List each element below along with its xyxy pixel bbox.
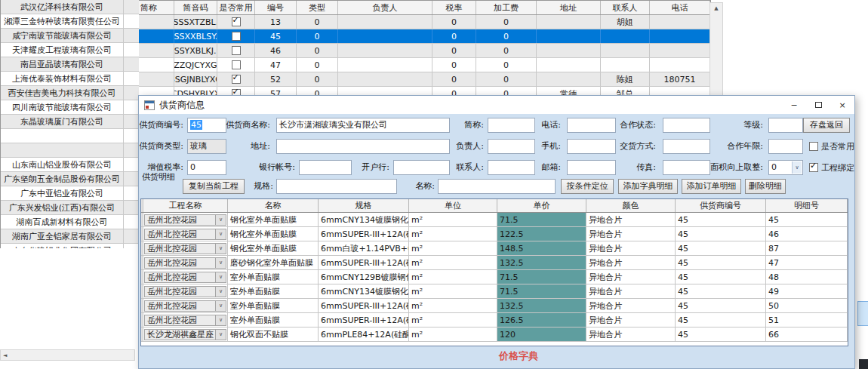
grid-cell-spec[interactable]: 6mmSUPER-III+12A(硅...	[319, 299, 409, 312]
grid-cell-color[interactable]: 异地合片	[586, 227, 676, 241]
grid-cell-color[interactable]: 异地合片	[586, 241, 676, 255]
grid-cell-unit[interactable]: m²	[409, 270, 497, 284]
grid-cell-supplier-id[interactable]: 45	[676, 284, 766, 298]
grid-row[interactable]: 岳州北控花园∨室外单面贴膜6mmSUPER-III+12A(硅...m²132.…	[141, 299, 848, 313]
project-combo[interactable]: 岳州北控花园	[144, 272, 215, 283]
project-bind-checkbox[interactable]: ✓工程绑定	[809, 160, 854, 175]
grid-cell-unit[interactable]: m²	[409, 227, 497, 241]
grid-row[interactable]: 岳州北控花园∨室外单面贴膜6mmCNY129B镀膜钢化m²71.5异地合片454…	[141, 270, 848, 284]
grid-cell-color[interactable]: 异地合片	[586, 299, 676, 312]
grid-cell-supplier-id[interactable]: 45	[676, 213, 766, 226]
grid-cell-detail-id[interactable]: 66	[766, 327, 848, 341]
project-bind-checkbox-box[interactable]: ✓	[809, 163, 818, 172]
grid-cell-price[interactable]: 120	[497, 327, 586, 341]
supplier-row[interactable]: 湖南广亚全铝家居有限公司	[1, 229, 139, 244]
grid-cell-unit[interactable]: m²	[409, 256, 497, 269]
grid-cell-price[interactable]: 71.5	[497, 284, 586, 298]
locate-by-condition-button[interactable]: 按条件定位	[561, 179, 614, 194]
copy-current-project-button[interactable]: 复制当前工程	[183, 179, 245, 194]
supplier-name-input[interactable]: 长沙市潇湘玻璃实业有限公司	[276, 118, 450, 133]
grid-cell-price[interactable]: 122.5	[497, 227, 586, 241]
grid-cell-supplier-id[interactable]: 45	[676, 241, 766, 255]
grid-cell-name[interactable]: 磨砂钢化室外单面贴膜	[228, 256, 319, 269]
area-roundup-combo[interactable]: 0∨	[768, 160, 803, 175]
common-checkbox[interactable]	[232, 46, 241, 55]
grid-cell-project[interactable]: 岳州北控花园∨	[143, 213, 228, 226]
grid-cell-detail-id[interactable]: 45	[766, 213, 848, 226]
coop-years-input[interactable]	[768, 139, 803, 154]
cell-common[interactable]	[217, 58, 255, 72]
supplier-row[interactable]: 广东中亚铝业有限公司	[1, 186, 139, 201]
grid-cell-detail-id[interactable]: 47	[766, 256, 848, 269]
grid-cell-project[interactable]: 岳州北控花园∨	[143, 256, 228, 269]
grid-cell-project[interactable]: 岳州北控花园∨	[143, 241, 228, 255]
close-button[interactable]: ×	[830, 96, 854, 114]
column-header-phone[interactable]: 电话	[650, 1, 710, 14]
grid-column-header-price[interactable]: 单价	[497, 199, 586, 212]
grid-cell-name[interactable]: 室外单面贴膜	[228, 284, 319, 298]
supplier-row[interactable]: 武汉亿泽科技有限公司	[1, 0, 139, 14]
common-checkbox[interactable]	[232, 32, 241, 41]
grid-row[interactable]: 岳州北控花园∨磨砂钢化室外单面贴膜6mmSUPER-III+12A(硅...m²…	[141, 256, 848, 270]
project-combo[interactable]: 岳州北控花园	[144, 257, 215, 269]
chevron-down-icon[interactable]: ∨	[215, 286, 226, 297]
grid-cell-project[interactable]: 岳州北控花园∨	[143, 299, 228, 312]
supplier-row[interactable]: 西安佳吉美电力科技有限公司	[1, 86, 139, 100]
grid-cell-unit[interactable]: m²	[409, 299, 497, 312]
supplier-row[interactable]: 四川南玻节能玻璃有限公司	[1, 100, 139, 115]
column-header-manager[interactable]: 负责人	[338, 1, 432, 14]
grid-cell-project[interactable]: 岳州北控花园∨	[143, 227, 228, 241]
grid-cell-supplier-id[interactable]: 45	[676, 256, 766, 269]
grid-cell-spec[interactable]: 6mmCNY134镀膜钢化	[319, 284, 409, 298]
chevron-down-icon[interactable]: ∨	[215, 214, 226, 226]
grid-cell-spec[interactable]: 6mmSUPER-III+12A(硅...	[319, 313, 409, 327]
column-header-address[interactable]: 地址	[537, 1, 601, 14]
grid-cell-color[interactable]: 异地合片	[586, 284, 676, 298]
grid-cell-name[interactable]: 钢化室外单面贴膜	[228, 227, 319, 241]
add-dictionary-detail-button[interactable]: 添加字典明细	[618, 179, 678, 194]
common-use-checkbox-box[interactable]	[809, 142, 818, 151]
cell-common[interactable]: ✓	[217, 72, 255, 86]
chevron-down-icon[interactable]: ∨	[215, 272, 226, 283]
column-header-tax[interactable]: 税率	[432, 1, 476, 14]
grid-cell-price[interactable]: 148.5	[497, 241, 586, 255]
common-checkbox[interactable]: ✓	[232, 75, 241, 84]
grid-cell-unit[interactable]: m²	[409, 241, 497, 255]
grid-row[interactable]: 岳州北控花园∨钢化室外单面贴膜6mm白玻+1.14PVB+6mm...m²148…	[141, 241, 848, 256]
delete-detail-button[interactable]: 删除明细	[745, 179, 786, 194]
common-use-checkbox[interactable]: 是否常用	[809, 139, 854, 154]
table-vertical-scrollbar[interactable]: ▲	[709, 2, 723, 97]
grid-cell-name[interactable]: 室外单面贴膜	[228, 313, 319, 327]
grid-row[interactable]: 岳州北控花园∨室外单面贴膜6mmCNY134镀膜钢化m²71.5异地合片4549	[141, 284, 848, 299]
grid-cell-unit[interactable]: m²	[409, 213, 497, 226]
grid-cell-price[interactable]: 126.5	[497, 313, 586, 327]
supplier-row[interactable]: 山东华建铝业集团有限公司	[1, 244, 139, 248]
supplier-row[interactable]: 东晶玻璃厦门有限公司	[1, 115, 139, 129]
column-header-type[interactable]: 类型	[297, 1, 338, 14]
grid-cell-color[interactable]: 异地合片	[586, 270, 676, 284]
grid-cell-unit[interactable]: m²	[409, 313, 497, 327]
grade-input[interactable]	[768, 118, 803, 133]
grid-cell-project[interactable]: 长沙龙湖祺鑫星座∨	[143, 327, 228, 341]
minimize-button[interactable]: ─	[782, 96, 806, 114]
grid-cell-name[interactable]: 钢化双面不贴膜	[228, 327, 319, 341]
grid-cell-price[interactable]: 71.5	[497, 213, 586, 226]
maximize-button[interactable]	[806, 96, 830, 114]
supplier-type-input[interactable]: 玻璃	[187, 139, 226, 154]
add-order-detail-button[interactable]: 添加订单明细	[682, 179, 741, 194]
grid-column-header-color[interactable]: 颜色	[586, 199, 676, 212]
grid-column-header-supplier-id[interactable]: 供货商编号	[676, 199, 766, 212]
grid-row[interactable]: 岳州北控花园∨钢化室外单面贴膜6mmCNY134镀膜钢化m²71.5异地合片45…	[141, 213, 848, 227]
grid-cell-supplier-id[interactable]: 45	[676, 313, 766, 327]
common-checkbox[interactable]	[232, 60, 241, 69]
grid-column-header-spec[interactable]: 规格	[319, 199, 409, 212]
grid-column-header-detail-id[interactable]: 明细号	[766, 199, 848, 212]
table-horizontal-scrollbar[interactable]: ◄	[0, 349, 135, 361]
grid-cell-detail-id[interactable]: 50	[766, 299, 848, 312]
grid-cell-detail-id[interactable]: 49	[766, 284, 848, 298]
spec-filter-input[interactable]	[276, 179, 397, 194]
name-filter-input[interactable]	[438, 179, 556, 194]
grid-cell-price[interactable]: 132.5	[497, 299, 586, 312]
grid-cell-unit[interactable]: m²	[409, 327, 497, 341]
grid-cell-price[interactable]: 71.5	[497, 270, 586, 284]
